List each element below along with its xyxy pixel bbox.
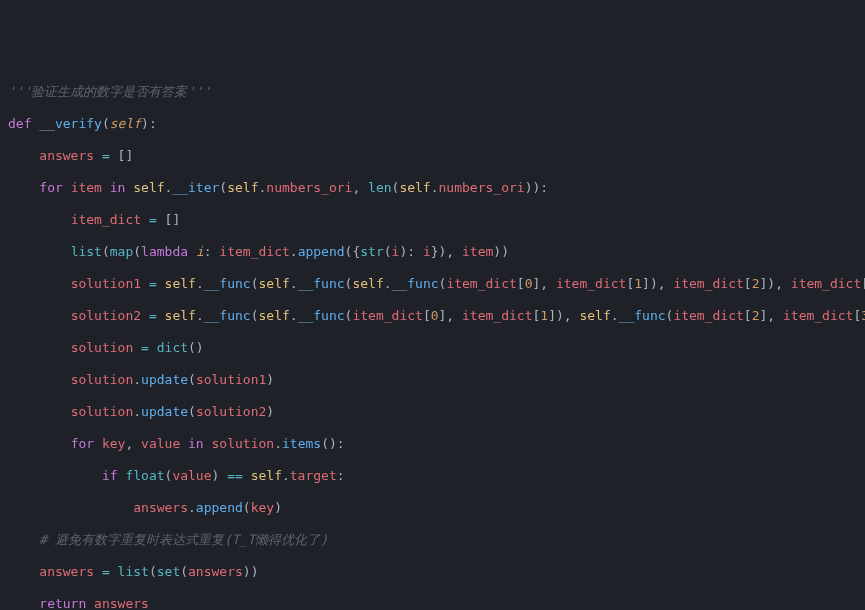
code-editor[interactable]: '''验证生成的数字是否有答案''' def __verify(self): a… [0,68,865,610]
code-line: solution.update(solution1) [0,372,865,388]
code-line: return answers [0,596,865,610]
code-line: list(map(lambda i: item_dict.append({str… [0,244,865,260]
code-line: for item in self.__iter(self.numbers_ori… [0,180,865,196]
code-line: def __verify(self): [0,116,865,132]
code-line: answers.append(key) [0,500,865,516]
code-line: for key, value in solution.items(): [0,436,865,452]
code-line: solution = dict() [0,340,865,356]
code-line: solution.update(solution2) [0,404,865,420]
code-line: solution2 = self.__func(self.__func(item… [0,308,865,324]
code-line: answers = [] [0,148,865,164]
code-line: solution1 = self.__func(self.__func(self… [0,276,865,292]
code-line: if float(value) == self.target: [0,468,865,484]
code-line: # 避免有数字重复时表达式重复(T_T懒得优化了) [0,532,865,548]
code-line: item_dict = [] [0,212,865,228]
code-line: '''验证生成的数字是否有答案''' [0,84,865,100]
code-line: answers = list(set(answers)) [0,564,865,580]
